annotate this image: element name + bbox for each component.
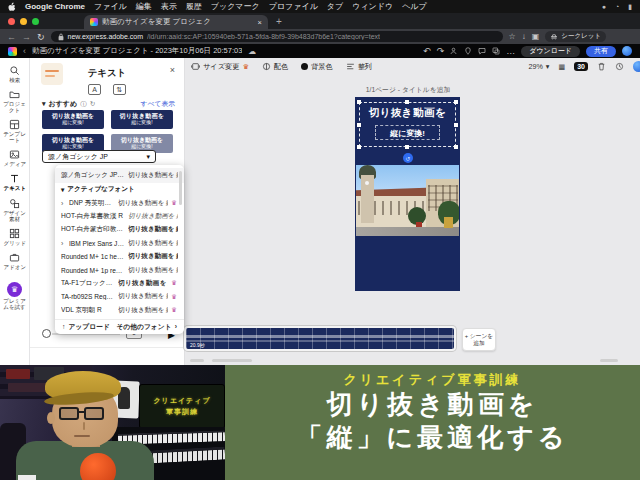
tab-close-icon[interactable]: ×	[258, 18, 262, 27]
redo-icon[interactable]: ↷	[437, 46, 445, 56]
more-fonts-link[interactable]: その他のフォント ›	[116, 322, 177, 332]
incognito-badge[interactable]: シークレット	[545, 31, 606, 42]
font-option[interactable]: HOT-白舟草書教漢 R 切り抜き動画を 縦!	[55, 210, 184, 223]
font-option[interactable]: Rounded M+ 1c heavy 切り抜き動画を 縦!	[55, 250, 184, 263]
download-button[interactable]: ダウンロード	[521, 46, 580, 57]
panel-close-icon[interactable]: ×	[170, 65, 175, 75]
recommended-header[interactable]: ▾ おすすめ ⓘ ↻	[42, 99, 95, 109]
font-option[interactable]: › DNP 秀英明朝 PrON (3) 切り抜き動画を 縦! ♛	[55, 196, 184, 209]
pages-icon[interactable]: ▦	[558, 62, 565, 71]
text-template-card[interactable]: 切り抜き動画を 縦に変換!	[111, 110, 173, 129]
sidebar-item-grid[interactable]: グリッド	[0, 225, 29, 249]
timeline-filmstrip[interactable]: 20.9秒	[184, 326, 456, 351]
history-icon[interactable]	[615, 62, 624, 71]
upload-font-button[interactable]: ↑ アップロード	[62, 322, 110, 332]
expand-icon[interactable]: ›	[61, 200, 66, 207]
dropdown-scrollbar[interactable]	[179, 171, 182, 205]
font-option[interactable]: 源ノ角ゴシック JP Ex… 切り抜き動画を 縦!	[55, 168, 184, 183]
timer-badge[interactable]: 30	[574, 62, 588, 71]
font-option[interactable]: › IBM Plex Sans JP (9) 切り抜き動画を 縦!	[55, 237, 184, 250]
collaborator-avatar[interactable]	[633, 61, 640, 72]
menubar-app-name[interactable]: Google Chrome	[25, 2, 85, 11]
apps-icon[interactable]	[492, 47, 500, 55]
sidebar-item-design-assets[interactable]: デザイン素材	[0, 195, 29, 225]
align-button[interactable]: 整列	[346, 62, 372, 72]
selection-handle[interactable]	[357, 145, 361, 149]
browser-tab[interactable]: 動画のサイズを変更 プロジェク ×	[84, 15, 268, 29]
canvas-text-line1[interactable]: 切り抜き動画を	[355, 106, 460, 120]
menubar-item-edit[interactable]: 編集	[136, 1, 152, 12]
account-avatar[interactable]	[622, 46, 632, 56]
forward-icon[interactable]: →	[22, 32, 31, 42]
apple-menu-icon[interactable]	[8, 2, 16, 11]
delete-icon[interactable]	[597, 62, 606, 71]
menubar-item-tab[interactable]: タブ	[327, 1, 343, 12]
pin-icon[interactable]	[464, 47, 472, 55]
selection-handle[interactable]	[454, 100, 458, 104]
extensions-icon[interactable]: ▣	[532, 32, 540, 41]
rotate-chip-icon[interactable]: ↺	[403, 153, 413, 163]
info-icon[interactable]: ⓘ	[80, 100, 87, 109]
vertical-text-icon[interactable]: ⇅	[113, 84, 126, 95]
text-style-icon[interactable]: A	[88, 84, 101, 95]
adobe-express-logo[interactable]	[8, 47, 17, 56]
active-fonts-section[interactable]: ▾ アクティブなフォント	[55, 183, 184, 196]
reload-icon[interactable]: ↻	[37, 32, 45, 42]
sidebar-item-addons[interactable]: アドオン	[0, 249, 29, 273]
sidebar-item-projects[interactable]: プロジェクト	[0, 86, 29, 116]
undo-icon[interactable]: ↶	[423, 46, 431, 56]
sidebar-item-search[interactable]: 検索	[0, 62, 29, 86]
font-option[interactable]: TA-rb092S Regular 切り抜き動画を 縦! ♛	[55, 290, 184, 303]
menubar-item-history[interactable]: 履歴	[186, 1, 202, 12]
expand-icon[interactable]: ›	[61, 240, 66, 247]
bookmark-star-icon[interactable]: ☆	[509, 32, 516, 41]
menubar-item-view[interactable]: 表示	[161, 1, 177, 12]
selection-handle[interactable]	[405, 145, 409, 149]
font-option[interactable]: VDL 京明朝 R 切り抜き動画を 縦! ♛	[55, 304, 184, 317]
font-size-slider[interactable]	[42, 329, 51, 338]
minimize-window-button[interactable]	[20, 18, 27, 25]
share-button[interactable]: 共有	[586, 46, 616, 57]
menubar-item-file[interactable]: ファイル	[94, 1, 127, 12]
font-option[interactable]: TA-F1ブロックライン… 切り抜き動画を 縦! ♛	[55, 277, 184, 290]
font-option[interactable]: HOT-白舟篆古印教漢 M 切り抜き動画を 縦!	[55, 223, 184, 236]
back-chevron-icon[interactable]: ‹	[23, 46, 26, 56]
see-all-link[interactable]: すべて表示	[141, 99, 175, 109]
font-option[interactable]: Rounded M+ 1p regular 切り抜き動画を 縦!	[55, 263, 184, 276]
document-title[interactable]: 動画のサイズを変更 プロジェクト - 2023年10月06日 20:57:03	[32, 46, 242, 56]
video-canvas[interactable]: 切り抜き動画を 縦に変換! ↺	[355, 97, 460, 291]
palette-button[interactable]: 配色	[262, 62, 288, 72]
font-dropdown: 源ノ角ゴシック JP Ex… 切り抜き動画を 縦! ▾ アクティブなフォント ›…	[55, 165, 184, 334]
comment-icon[interactable]	[478, 47, 486, 55]
canvas-text-line2[interactable]: 縦に変換!	[355, 128, 460, 139]
selection-handle[interactable]	[357, 123, 361, 127]
more-options-icon[interactable]: …	[506, 46, 515, 56]
page-label[interactable]: 1/1ページ - タイトルを追加	[366, 85, 451, 95]
menubar-item-bookmarks[interactable]: ブックマーク	[211, 1, 260, 12]
resize-button[interactable]: サイズ変更 ♛	[191, 62, 249, 72]
add-scene-button[interactable]: + シーンを追加	[462, 328, 496, 351]
sidebar-item-templates[interactable]: テンプレート	[0, 116, 29, 146]
refresh-icon[interactable]: ↻	[90, 100, 95, 108]
sidebar-item-text[interactable]: テキスト	[0, 170, 29, 194]
text-template-card[interactable]: 切り抜き動画を 縦に変換!	[42, 110, 104, 129]
download-tray-icon[interactable]: ↓	[522, 32, 526, 41]
selection-handle[interactable]	[454, 145, 458, 149]
zoom-control[interactable]: 29% ▾	[528, 62, 549, 71]
sidebar-item-media[interactable]: メディア	[0, 146, 29, 170]
back-icon[interactable]: ←	[7, 32, 16, 42]
selection-handle[interactable]	[454, 123, 458, 127]
close-window-button[interactable]	[8, 18, 15, 25]
address-bar[interactable]: new.express.adobe.com /id/urn:aaid:sc:AP…	[51, 31, 503, 42]
selection-handle[interactable]	[357, 100, 361, 104]
font-select[interactable]: 源ノ角ゴシック JP ▾	[42, 150, 156, 163]
sidebar-item-premium[interactable]: ♛ プレミアムを試す	[0, 279, 29, 313]
menubar-item-help[interactable]: ヘルプ	[402, 1, 427, 12]
selection-handle[interactable]	[405, 100, 409, 104]
new-tab-button[interactable]: +	[276, 16, 282, 27]
menubar-item-window[interactable]: ウィンドウ	[352, 1, 393, 12]
background-color-button[interactable]: 背景色	[301, 62, 333, 72]
menubar-item-profile[interactable]: プロファイル	[269, 1, 318, 12]
invite-icon[interactable]	[450, 47, 458, 55]
zoom-window-button[interactable]	[32, 18, 39, 25]
